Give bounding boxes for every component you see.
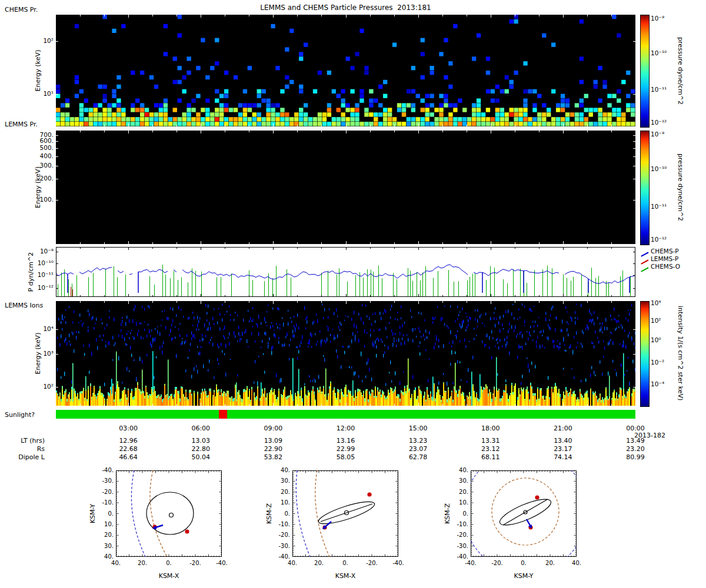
lemms-colorbar-tick: 10⁻¹¹: [651, 203, 667, 210]
orbit-axis-ticks: [292, 470, 398, 557]
time-tick-label: 15:00: [404, 425, 433, 432]
lemms-ytick-label: 200.: [12, 175, 54, 182]
chems-colorbar-tick: 10⁻¹²: [651, 119, 667, 126]
orbit-ytick-label: -20.: [267, 532, 290, 538]
ephemeris-value: 23.17: [548, 445, 578, 453]
orbit-ytick-label: 10.: [445, 499, 468, 506]
orbit-ytick-label: -30.: [90, 477, 114, 484]
chems-colorbar-tick: 10⁻¹⁰: [651, 49, 667, 56]
orbit-xtick-label: -20.: [361, 560, 382, 566]
orbit-2-xlabel: KSM-X: [292, 572, 398, 580]
chems-colorbar: [640, 15, 650, 128]
ions-colorbar: [640, 301, 650, 407]
ephemeris-value: 22.99: [331, 445, 361, 453]
ephemeris-value: 13.31: [476, 437, 505, 445]
legend-line-1: [638, 248, 648, 256]
orbit-ytick-label: 0.: [445, 510, 468, 517]
chems-spectrogram: [56, 15, 635, 126]
lemms-ytick-label: 300.: [12, 162, 54, 169]
orbit-ytick-label: 0.: [90, 510, 114, 517]
time-tick-label: 18:00: [476, 425, 505, 432]
orbit-ytick-label: 40.: [445, 467, 468, 473]
ephemeris-value: 13.09: [258, 437, 288, 445]
orbit-xtick-label: 20.: [132, 560, 153, 566]
ephemeris-value: 23.20: [621, 445, 650, 453]
lemms-colorbar-tick: 10⁻¹²: [651, 236, 667, 243]
ephemeris-value: 46.64: [114, 453, 143, 461]
orbit-xtick-label: -40.: [388, 560, 409, 566]
ephemeris-value: 23.12: [476, 445, 505, 453]
ions-colorbar-tick: 10⁴: [651, 299, 661, 306]
ephemeris-row-label: LT (hrs): [0, 437, 45, 445]
marker-dot: [185, 530, 189, 533]
lemms-spectrogram: [56, 131, 635, 244]
ephemeris-value: 13.49: [621, 437, 650, 445]
orbit-ytick-label: 30.: [267, 477, 290, 484]
legend-label-2: LEMMS-P: [651, 255, 678, 262]
panel-lemms-label: LEMMS Pr.: [5, 121, 38, 128]
orbit-ytick-label: -30.: [445, 543, 468, 549]
orbit-xtick-label: -40.: [211, 560, 232, 566]
time-tick-label: 12:00: [331, 425, 361, 432]
marker-dot: [368, 493, 371, 496]
chems-ytick-label: 10²: [12, 37, 54, 44]
bow-shock: [471, 470, 577, 557]
orbit-axis-ticks: [471, 470, 577, 557]
legend-line-3: [638, 263, 648, 272]
lemms-ytick-label: 500.: [12, 144, 54, 151]
legend-line-2: [638, 255, 648, 264]
ephemeris-value: 13.03: [186, 437, 215, 445]
panel-chems-label: CHEMS Pr.: [5, 6, 38, 14]
figure-title: LEMMS and CHEMS Particle Pressures 2013:…: [56, 4, 635, 12]
sunlight-label: Sunlight?: [5, 411, 35, 419]
ephemeris-value: 22.90: [258, 445, 288, 453]
orbit-ytick-label: -20.: [445, 532, 468, 538]
pressure-ytick-label: 10⁻¹¹: [12, 271, 54, 278]
ephemeris-value: 62.78: [404, 453, 433, 461]
ephemeris-value: 50.04: [186, 453, 215, 461]
ions-colorbar-tick: 10⁻⁴: [651, 380, 664, 387]
orbit-xtick-label: 0.: [335, 560, 356, 566]
sunlight-bar: [56, 410, 635, 419]
orbit-xtick-label: 40.: [566, 560, 587, 566]
orbit-ytick-label: -40.: [445, 553, 468, 560]
ions-ytick-label: 10⁴: [12, 325, 54, 332]
chems-y-axis-label: Energy (keV): [34, 15, 42, 126]
ephemeris-value: 13.16: [331, 437, 361, 445]
orbit-ytick-label: 30.: [445, 477, 468, 484]
ions-colorbar-tick: 10²: [651, 317, 661, 324]
chems-colorbar-tick: 10⁻⁹: [651, 15, 664, 22]
orbit-plot-1: [116, 470, 222, 557]
orbit-ytick-label: 10.: [90, 521, 114, 527]
ephemeris-value: 22.68: [114, 445, 143, 453]
marker-dot: [535, 496, 539, 499]
orbit-ytick-label: 30.: [90, 543, 114, 549]
lemms-colorbar-label: pressure dyne/cm^2: [677, 131, 684, 244]
ephemeris-value: 58.05: [331, 453, 361, 461]
lemms-colorbar-tick: 10⁻¹⁰: [651, 165, 667, 172]
chems-ytick-label: 10¹: [12, 90, 54, 97]
orbit-xtick-label: 20.: [540, 560, 561, 566]
lemms-colorbar: [640, 131, 650, 245]
chems-colorbar-label: pressure dyne/cm^2: [677, 15, 684, 126]
ephemeris-row-label: Rs: [0, 445, 45, 453]
figure: LEMMS and CHEMS Particle Pressures 2013:…: [0, 0, 706, 588]
pressure-ytick-label: 10⁻¹²: [12, 284, 54, 291]
orbit-xtick-label: -40.: [460, 560, 481, 566]
ephemeris-value: 80.99: [621, 453, 650, 461]
ions-colorbar-tick: 10⁻²: [651, 359, 664, 366]
orbit-3-xlabel: KSM-Y: [471, 572, 577, 580]
lemms-ytick-label: 600.: [12, 137, 54, 144]
orbit-frame: [293, 471, 398, 557]
ephemeris-value: 13.40: [548, 437, 578, 445]
orbit-xtick-label: 40.: [282, 560, 303, 566]
orbit-ytick-label: -30.: [267, 543, 290, 549]
pressure-line-plot: [56, 247, 635, 297]
time-tick-label: 09:00: [258, 425, 288, 432]
orbit-ytick-label: 20.: [445, 489, 468, 495]
orbit-ytick-label: -40.: [267, 553, 290, 560]
orbit-frame: [471, 471, 577, 557]
orbit-ytick-label: 20.: [267, 489, 290, 495]
orbit-ytick-label: -40.: [90, 467, 114, 473]
orbit-xtick-label: -20.: [185, 560, 206, 566]
